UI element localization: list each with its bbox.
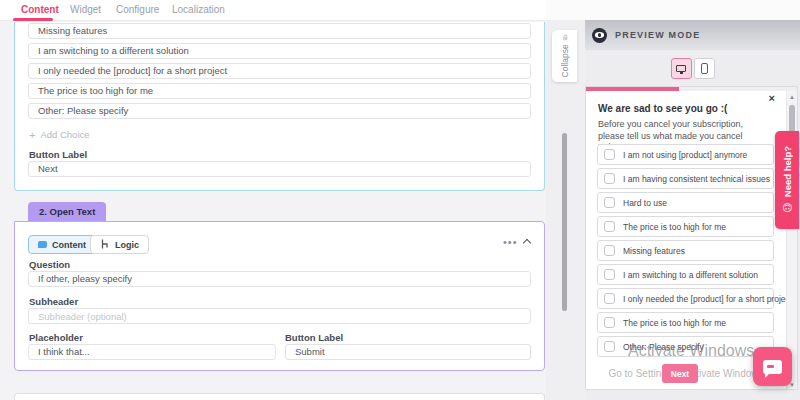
survey-option[interactable]: Missing features <box>597 240 774 261</box>
button-label-input[interactable]: Next <box>28 161 531 177</box>
survey-option[interactable]: I am switching to a different solution <box>597 264 774 285</box>
question2-card: Content Logic ••• Question If other, ple… <box>14 221 545 371</box>
survey-options: I am not using [product] anymore I am ha… <box>597 144 774 360</box>
tab-content[interactable]: Content <box>21 4 59 15</box>
survey-option[interactable]: I only needed the [product] for a short … <box>597 288 774 309</box>
editor-panel: Content Widget Configure Localization Mi… <box>0 0 546 400</box>
checkbox-icon[interactable] <box>604 293 615 304</box>
collapse-icon: ≡› <box>560 35 569 40</box>
desktop-device-button[interactable] <box>671 58 692 79</box>
choice-input[interactable]: The price is too high for me <box>28 83 531 99</box>
activate-windows-watermark: Activate Windows <box>628 342 754 360</box>
preview-mode-label: PREVIEW MODE <box>615 30 700 40</box>
survey-progress-track <box>586 87 797 91</box>
collapse-tab[interactable]: Collapse ≡› <box>552 30 577 82</box>
tab-localization[interactable]: Localization <box>172 4 225 15</box>
question2-badge[interactable]: 2. Open Text <box>28 202 106 221</box>
survey-option[interactable]: The price is too high for me <box>597 312 774 333</box>
checkbox-icon[interactable] <box>604 173 615 184</box>
placeholder-label: Placeholder <box>29 332 83 343</box>
active-tab-underline <box>13 18 53 21</box>
chat-widget-button[interactable] <box>753 347 792 386</box>
device-toggle-row <box>585 50 800 86</box>
survey-option[interactable]: Hard to use <box>597 192 774 213</box>
survey-option[interactable]: The price is too high for me <box>597 216 774 237</box>
button-label2-input[interactable]: Submit <box>285 344 531 360</box>
checkbox-icon[interactable] <box>604 341 615 352</box>
choice-input[interactable]: I am switching to a different solution <box>28 43 531 59</box>
close-icon[interactable]: × <box>769 93 775 104</box>
eye-icon <box>592 28 607 43</box>
chat-bubble-icon <box>763 360 782 374</box>
tab-configure[interactable]: Configure <box>116 4 159 15</box>
choice-input[interactable]: Missing features <box>28 23 531 39</box>
checkbox-icon[interactable] <box>604 221 615 232</box>
checkbox-icon[interactable] <box>604 317 615 328</box>
question1-card: Missing featuresI am switching to a diff… <box>14 22 545 191</box>
add-choice-button[interactable]: + Add Choice <box>29 129 90 140</box>
mobile-icon <box>701 63 708 74</box>
scroll-up-icon[interactable]: ▲ <box>787 94 797 100</box>
question-label: Question <box>29 259 70 270</box>
editor-scrollbar-thumb[interactable] <box>562 133 567 311</box>
progress-fill <box>586 87 679 91</box>
desktop-icon <box>676 65 686 72</box>
placeholder-input[interactable]: I think that... <box>28 344 276 360</box>
checkbox-icon[interactable] <box>604 149 615 160</box>
button-label2-label: Button Label <box>285 332 343 343</box>
subheader-input[interactable] <box>28 308 531 324</box>
tab-widget[interactable]: Widget <box>70 4 101 15</box>
survey-option[interactable]: I am having consistent technical issues <box>597 168 774 189</box>
survey-preview-card: × We are sad to see you go :( Before you… <box>585 86 798 390</box>
top-strip <box>546 0 800 20</box>
mobile-device-button[interactable] <box>694 58 715 79</box>
question3-card-top <box>14 393 545 400</box>
preview-header: PREVIEW MODE <box>585 20 800 50</box>
checkbox-icon[interactable] <box>604 245 615 256</box>
survey-title: We are sad to see you go :( <box>598 103 727 114</box>
button-label-label: Button Label <box>29 149 87 160</box>
checkbox-icon[interactable] <box>604 197 615 208</box>
survey-next-button[interactable]: Next <box>662 364 698 383</box>
chevron-up-icon[interactable] <box>523 239 531 247</box>
plus-icon: + <box>29 130 35 140</box>
logic-segment-button[interactable]: Logic <box>90 235 149 254</box>
question-input[interactable]: If other, pleasy specify <box>28 271 531 287</box>
choice-input[interactable]: I only needed the [product] for a short … <box>28 63 531 79</box>
content-segment-button[interactable]: Content <box>28 235 96 254</box>
speech-bubble-icon <box>38 241 47 248</box>
need-help-tab[interactable]: ☺ Need help? <box>775 131 799 229</box>
branch-icon <box>100 239 110 250</box>
ellipsis-menu-icon[interactable]: ••• <box>503 236 518 248</box>
survey-option[interactable]: I am not using [product] anymore <box>597 144 774 165</box>
checkbox-icon[interactable] <box>604 269 615 280</box>
subheader-label: Subheader <box>29 296 78 307</box>
choice-input[interactable]: Other: Please specify <box>28 103 531 119</box>
editor-tabbar: Content Widget Configure Localization <box>0 0 546 21</box>
smiley-icon: ☺ <box>782 203 793 214</box>
